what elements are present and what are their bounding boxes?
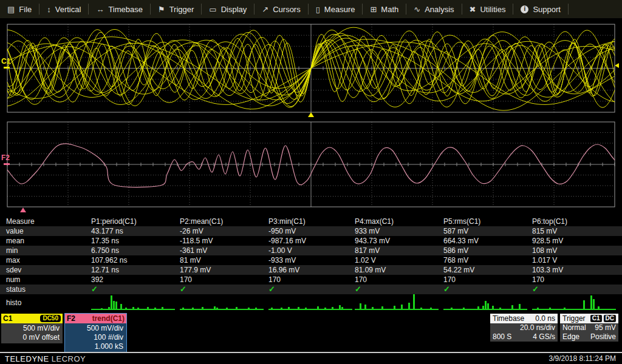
menu-item-support[interactable]: iSupport	[513, 0, 568, 18]
table-row-sdev: sdev 12.71 ns 177.9 mV 16.96 mV 81.09 mV…	[0, 265, 622, 275]
trigger-level-marker[interactable]	[615, 63, 619, 68]
measure-col-header[interactable]: P6:top(C1)	[532, 217, 622, 226]
trigger-type: Edge	[562, 332, 579, 342]
row-label: sdev	[0, 265, 91, 275]
channel-c1-descriptor[interactable]: C1 DC50 500 mV/div 0 mV offset	[1, 314, 63, 343]
info-icon: i	[521, 5, 528, 13]
calculator-icon: ⊞	[370, 5, 377, 13]
table-row-value: value 43.177 ns -26 mV -950 mV 933 mV 58…	[0, 226, 622, 236]
status-bar: TELEDYNE LECROY 3/9/2018 8:11:24 PM	[0, 352, 622, 364]
menu-item-timebase[interactable]: ↔Timebase	[89, 0, 150, 18]
menu-item-display[interactable]: ▭Display	[202, 0, 254, 18]
cell: -950 mV	[268, 226, 355, 236]
menu-item-measure[interactable]: ▯Measure	[309, 0, 363, 18]
histogram-bar	[248, 308, 250, 309]
measure-col-header[interactable]: P4:max(C1)	[355, 217, 443, 226]
histogram-bar	[430, 308, 432, 309]
row-label: num	[0, 275, 91, 285]
trace-function: trend(C1)	[92, 314, 125, 323]
trace-f2-header[interactable]: F2 trend(C1)	[65, 314, 126, 323]
cell: 817 mV	[355, 246, 443, 255]
histogram-bar	[108, 307, 110, 309]
trigger-source-badge: C1	[590, 315, 602, 322]
histogram-bar	[564, 308, 566, 309]
trigger-settings: Normal95 mV EdgePositive	[560, 323, 618, 342]
vertical-offset: 0 mV offset	[1, 333, 60, 342]
histogram-bar	[408, 303, 410, 309]
cell: 108 mV	[532, 246, 622, 255]
menu-item-cursors[interactable]: ↗Cursors	[255, 0, 307, 18]
menu-item-label: File	[19, 5, 32, 14]
waveform-chart-icon: ∿	[414, 5, 420, 13]
timebase-label: Timebase	[493, 314, 524, 323]
histogram-bar	[115, 302, 117, 309]
trigger-slope: Positive	[590, 332, 616, 342]
timebase-header: Timebase 0.0 ns	[490, 314, 558, 323]
measure-title: Measure	[0, 217, 91, 226]
record-length: 1.000 kS	[65, 342, 123, 351]
vertical-scale: 500 mV/div	[1, 324, 60, 333]
cell: 81.09 mV	[355, 265, 443, 275]
histogram-bar	[420, 308, 422, 309]
trigger-time-marker[interactable]	[308, 112, 314, 117]
histogram-bar	[381, 306, 383, 309]
measure-col-header[interactable]: P2:mean(C1)	[180, 217, 268, 226]
table-row-histo: histo	[0, 294, 622, 311]
cell: 933 mV	[355, 226, 443, 236]
f2-offset-marker[interactable]	[4, 163, 10, 165]
cell: 177.9 mV	[180, 265, 268, 275]
menu-item-label: Display	[221, 5, 247, 14]
menu-separator	[568, 4, 569, 15]
brand-logo: TELEDYNE LECROY	[5, 354, 86, 363]
histogram-bar	[372, 307, 374, 309]
cell: 16.96 mV	[268, 265, 355, 275]
status-ok-icon: ✓	[443, 285, 450, 294]
menu-item-label: Math	[381, 5, 398, 14]
cell: 586 mV	[443, 246, 532, 255]
histogram-bar	[499, 308, 501, 309]
f2-horizontal-marker[interactable]	[20, 207, 26, 212]
cell: 170	[268, 275, 355, 285]
histogram-bar	[413, 294, 415, 309]
histogram-bar	[101, 308, 103, 309]
histogram-segment	[443, 294, 527, 310]
cell: 170	[532, 275, 622, 285]
histogram-segment	[268, 294, 352, 310]
trace-f2-descriptor[interactable]: F2 trend(C1) 500 mV/div 100 #/div 1.000 …	[64, 313, 127, 353]
status-ok-icon: ✓	[268, 285, 275, 294]
trace-name: F2	[67, 314, 75, 323]
measure-col-header[interactable]: P1:period(C1)	[91, 217, 180, 226]
measure-col-header[interactable]: P5:rms(C1)	[443, 217, 532, 226]
histogram-bar	[147, 307, 149, 309]
channel-c1-axis-label[interactable]: C1	[1, 57, 10, 66]
histogram-segment	[355, 294, 439, 310]
menu-item-file[interactable]: ▤File	[0, 0, 39, 18]
histogram-bar	[482, 306, 484, 309]
histogram-bar	[154, 308, 156, 309]
menu-item-math[interactable]: ⊞Math	[363, 0, 406, 18]
coupling-badge: DC50	[40, 315, 61, 322]
channel-c1-settings: 500 mV/div 0 mV offset	[1, 323, 63, 343]
histogram-bar	[111, 295, 112, 309]
cell: 6.750 ns	[91, 246, 180, 255]
measure-col-header[interactable]: P3:min(C1)	[268, 217, 355, 226]
cell: 392	[91, 275, 180, 285]
trace-f2-axis-label[interactable]: F2	[1, 153, 10, 162]
histogram-bar	[590, 295, 592, 309]
timebase-descriptor[interactable]: Timebase 0.0 ns 20.0 ns/div 800 S4 GS/s	[490, 314, 558, 342]
histogram-bar	[271, 308, 273, 309]
histogram-bar	[214, 306, 216, 309]
trigger-descriptor[interactable]: Trigger C1 DC Normal95 mV EdgePositive	[560, 314, 618, 342]
c1-offset-marker[interactable]	[4, 67, 10, 69]
trigger-level: 95 mV	[595, 323, 616, 332]
cell: 54.22 mV	[443, 265, 532, 275]
menu-item-trigger[interactable]: ⚑Trigger	[151, 0, 201, 18]
menu-item-vertical[interactable]: ↕Vertical	[39, 0, 88, 18]
table-row-max: max 107.962 ns 81 mV -933 mV 1.02 V 768 …	[0, 255, 622, 265]
menu-item-label: Vertical	[55, 5, 81, 14]
channel-c1-header[interactable]: C1 DC50	[1, 314, 63, 323]
menu-item-analysis[interactable]: ∿Analysis	[406, 0, 461, 18]
menu-item-label: Timebase	[108, 5, 143, 14]
cell: 12.71 ns	[91, 265, 180, 275]
menu-item-utilities[interactable]: ✖Utilities	[462, 0, 513, 18]
